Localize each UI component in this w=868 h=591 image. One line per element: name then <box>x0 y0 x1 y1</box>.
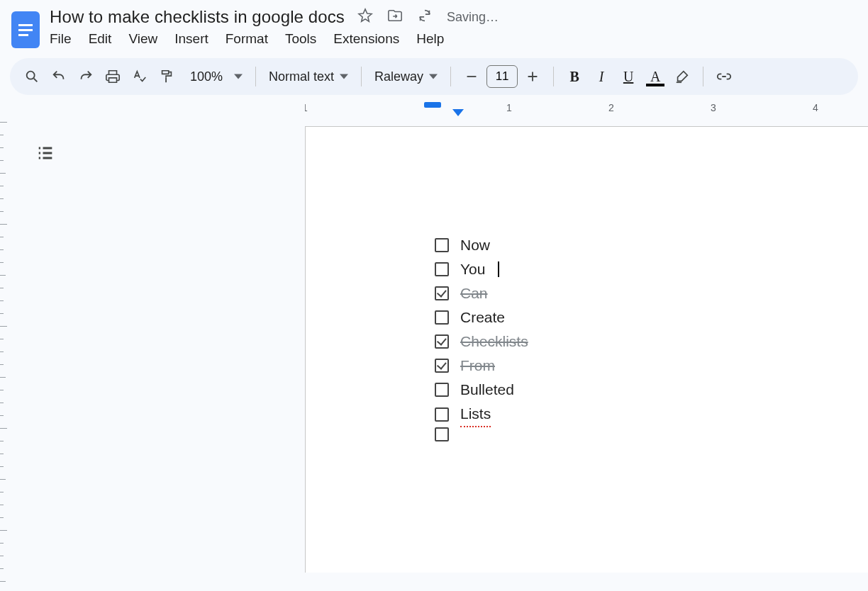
ruler-number: 3 <box>711 102 716 113</box>
text-cursor <box>498 261 499 277</box>
checkbox-icon[interactable] <box>435 407 449 422</box>
document-page[interactable]: NowYouCanCreateChecklistsFromBulletedLis… <box>305 126 868 573</box>
toolbar: 100% Normal text Raleway B I U A <box>10 58 858 95</box>
print-icon[interactable] <box>101 64 125 89</box>
checklist-item-text[interactable]: Lists <box>460 402 491 427</box>
font-size-input[interactable] <box>486 65 518 88</box>
menu-insert[interactable]: Insert <box>174 31 208 47</box>
paint-format-icon[interactable] <box>155 64 179 89</box>
horizontal-ruler[interactable]: 11234 <box>305 102 868 122</box>
svg-point-0 <box>27 72 35 79</box>
menu-bar: FileEditViewInsertFormatToolsExtensionsH… <box>50 31 857 47</box>
checklist-item[interactable] <box>435 427 868 441</box>
checklist-item-text[interactable]: Now <box>460 233 490 257</box>
checklist-item-text[interactable]: Create <box>460 305 505 330</box>
zoom-value: 100% <box>190 69 223 84</box>
ruler-number: 4 <box>813 102 818 113</box>
checkbox-icon[interactable] <box>435 286 449 300</box>
checklist-item[interactable]: Create <box>435 305 868 330</box>
ruler-number: 1 <box>506 102 512 113</box>
checklist-item[interactable]: Bulleted <box>435 378 868 402</box>
font-value: Raleway <box>374 69 423 84</box>
menu-format[interactable]: Format <box>226 31 268 47</box>
docs-app-icon[interactable] <box>11 11 40 48</box>
search-icon[interactable] <box>20 64 44 89</box>
checklist-item[interactable]: Lists <box>435 402 868 427</box>
underline-button[interactable]: U <box>616 64 640 89</box>
checklist-item-text[interactable]: Bulleted <box>460 378 514 402</box>
paragraph-style-select[interactable]: Normal text <box>265 69 352 84</box>
italic-button[interactable]: I <box>589 64 613 89</box>
menu-file[interactable]: File <box>50 31 72 47</box>
checkbox-icon[interactable] <box>435 238 449 252</box>
menu-view[interactable]: View <box>128 31 157 47</box>
checkbox-icon[interactable] <box>435 310 449 325</box>
checkbox-icon[interactable] <box>435 334 449 349</box>
text-color-button[interactable]: A <box>643 64 667 89</box>
checklist-item[interactable]: You <box>435 257 868 281</box>
outline-toggle-icon[interactable] <box>34 142 57 164</box>
paragraph-style-value: Normal text <box>269 69 334 84</box>
checklist-item[interactable]: Can <box>435 281 868 305</box>
font-select[interactable]: Raleway <box>370 69 442 84</box>
checklist-item-text[interactable]: Checklists <box>460 330 528 354</box>
caret-down-icon[interactable] <box>234 72 243 81</box>
menu-tools[interactable]: Tools <box>285 31 316 47</box>
spellcheck-icon[interactable] <box>128 64 152 89</box>
checkbox-icon[interactable] <box>435 359 449 373</box>
insert-link-icon[interactable] <box>712 64 736 89</box>
menu-help[interactable]: Help <box>416 31 444 47</box>
star-icon[interactable] <box>357 8 373 26</box>
menu-edit[interactable]: Edit <box>89 31 112 47</box>
checkbox-icon[interactable] <box>435 427 449 441</box>
menu-extensions[interactable]: Extensions <box>333 31 399 47</box>
undo-icon[interactable] <box>47 64 71 89</box>
cloud-sync-icon[interactable] <box>417 8 433 26</box>
zoom-select[interactable]: 100% <box>186 69 227 84</box>
checklist-item-text[interactable]: Can <box>460 281 488 305</box>
bold-button[interactable]: B <box>562 64 586 89</box>
highlight-button[interactable] <box>670 64 694 89</box>
save-status: Saving… <box>447 10 499 25</box>
decrease-font-icon[interactable] <box>460 64 484 89</box>
vertical-ruler[interactable] <box>0 122 10 575</box>
ruler-number: 1 <box>305 102 308 113</box>
move-icon[interactable] <box>387 8 403 26</box>
checklist-item[interactable]: From <box>435 354 868 378</box>
checklist-item-text[interactable]: From <box>460 354 495 378</box>
ruler-number: 2 <box>608 102 614 113</box>
checklist-item[interactable]: Checklists <box>435 330 868 354</box>
checkbox-icon[interactable] <box>435 262 449 276</box>
checklist: NowYouCanCreateChecklistsFromBulletedLis… <box>435 233 868 441</box>
increase-font-icon[interactable] <box>521 64 545 89</box>
checkbox-icon[interactable] <box>435 383 449 397</box>
doc-title[interactable]: How to make checklists in google docs <box>50 7 345 27</box>
redo-icon[interactable] <box>74 64 98 89</box>
checklist-item[interactable]: Now <box>435 233 868 257</box>
checklist-item-text[interactable]: You <box>460 257 485 281</box>
